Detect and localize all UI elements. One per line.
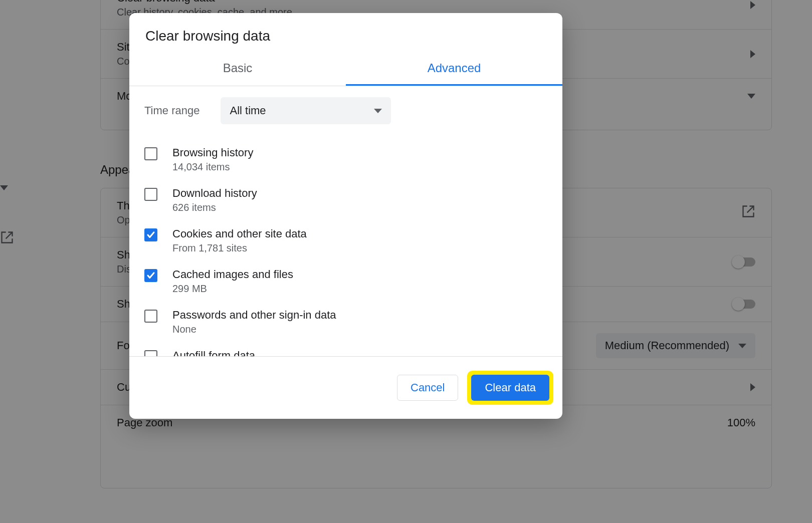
dialog-title: Clear browsing data <box>129 13 562 53</box>
item-title: Passwords and other sign-in data <box>172 309 336 322</box>
item-title: Cached images and files <box>172 268 293 281</box>
list-item: Cookies and other site data From 1,781 s… <box>143 220 548 261</box>
checkbox-cookies[interactable] <box>144 228 157 241</box>
item-subtitle: 14,034 items <box>172 161 253 173</box>
clear-data-button[interactable]: Clear data <box>471 375 549 401</box>
list-item: Autofill form data <box>143 342 548 356</box>
dialog-body: Time range All time Browsing history 14,… <box>129 86 562 356</box>
item-subtitle: None <box>172 324 336 335</box>
checkbox-download-history[interactable] <box>144 188 157 201</box>
item-title: Cookies and other site data <box>172 227 307 240</box>
checkbox-browsing-history[interactable] <box>144 147 157 160</box>
dialog-footer: Cancel Clear data <box>129 356 562 419</box>
time-range-select[interactable]: All time <box>221 97 391 124</box>
caret-down-icon <box>374 109 382 113</box>
checkbox-passwords[interactable] <box>144 310 157 323</box>
tab-basic[interactable]: Basic <box>129 53 346 86</box>
item-subtitle: 626 items <box>172 202 257 213</box>
cancel-button[interactable]: Cancel <box>397 375 458 401</box>
checkbox-autofill[interactable] <box>144 350 157 356</box>
data-type-list: Browsing history 14,034 items Download h… <box>143 139 548 356</box>
item-subtitle: From 1,781 sites <box>172 242 307 254</box>
time-range-value: All time <box>230 104 266 117</box>
highlight-ring: Clear data <box>467 371 553 405</box>
item-title: Download history <box>172 187 257 200</box>
list-item: Cached images and files 299 MB <box>143 261 548 302</box>
tab-advanced[interactable]: Advanced <box>346 53 562 86</box>
item-title: Browsing history <box>172 146 253 159</box>
list-item: Browsing history 14,034 items <box>143 139 548 180</box>
checkbox-cached-images[interactable] <box>144 269 157 282</box>
clear-browsing-data-dialog: Clear browsing data Basic Advanced Time … <box>129 13 562 419</box>
list-item: Download history 626 items <box>143 180 548 220</box>
list-item: Passwords and other sign-in data None <box>143 302 548 342</box>
item-subtitle: 299 MB <box>172 283 293 295</box>
time-range-label: Time range <box>144 104 199 117</box>
dialog-tabs: Basic Advanced <box>129 53 562 86</box>
item-title: Autofill form data <box>172 349 255 356</box>
